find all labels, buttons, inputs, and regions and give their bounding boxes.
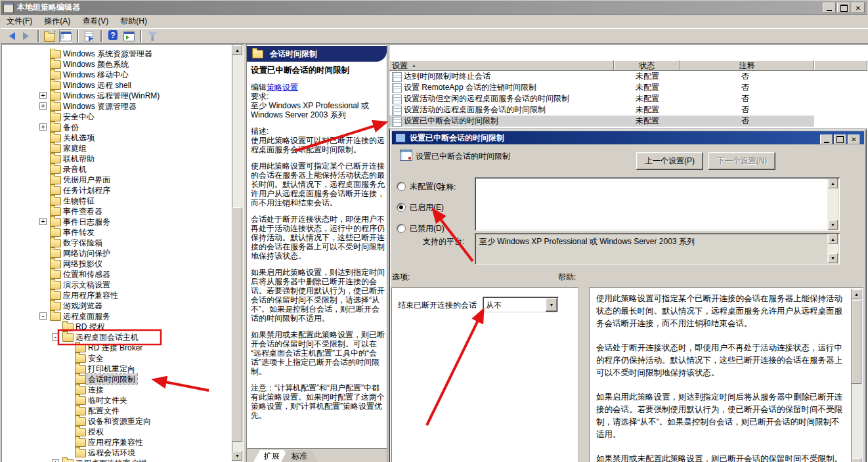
up-folder-icon[interactable] [43, 30, 56, 43]
scroll-up-icon[interactable]: ▲ [828, 234, 838, 244]
tree-item[interactable]: +Windows 远程管理(WinRM) [1, 91, 232, 101]
policy-setting-icon [400, 150, 412, 161]
tree-item[interactable]: 数字保险箱 [1, 238, 232, 248]
extended-pane-title: 会话时间限制 [270, 49, 317, 60]
minimize-button[interactable] [823, 3, 836, 13]
dialog-close-button[interactable]: ✕ [848, 135, 860, 144]
help-icon[interactable] [106, 30, 119, 43]
radio-disabled[interactable] [397, 224, 406, 233]
export-list-icon[interactable] [83, 30, 96, 43]
tree-item[interactable]: 生物特征 [1, 196, 232, 206]
tree-item[interactable]: 临时文件夹 [1, 395, 232, 406]
tree-item[interactable]: Windows 移动中心 [1, 70, 232, 80]
list-item[interactable]: 达到时间限制时终止会话未配置否 [389, 71, 814, 82]
list-item[interactable]: 设置已中断会话的时间限制未配置否 [389, 116, 814, 127]
tree-item-label: 远程桌面连接客户端 [74, 458, 148, 462]
radio-enabled[interactable] [397, 203, 406, 212]
chevron-down-icon[interactable]: ▼ [546, 298, 557, 312]
column-header-comment[interactable]: 注释 [680, 60, 814, 71]
scroll-up-icon[interactable]: ▲ [232, 45, 242, 55]
tree-item[interactable]: 关机选项 [1, 133, 232, 143]
tree-item[interactable]: 连接 [1, 385, 232, 395]
tree-item[interactable]: RD 连接 Broker [1, 343, 232, 353]
list-item[interactable]: 设置活动的远程桌面服务会话的时间限制未配置否 [389, 104, 814, 116]
column-header-setting[interactable]: 设置▲ [389, 60, 614, 71]
folder-icon [50, 155, 61, 163]
tree-item[interactable]: 设备和资源重定向 [1, 416, 232, 427]
filter-icon[interactable] [146, 30, 159, 43]
menu-item-v[interactable]: 查看(V) [76, 14, 114, 29]
expand-icon[interactable]: + [39, 123, 47, 131]
dialog-maximize-button[interactable] [834, 135, 846, 144]
forward-icon[interactable] [20, 30, 33, 43]
tree-item[interactable]: 会话时间限制 [1, 374, 232, 385]
tree-scrollbar-thumb[interactable] [232, 207, 242, 442]
list-item[interactable]: 设置 RemoteApp 会话的注销时间限制未配置否 [389, 82, 814, 93]
previous-setting-button[interactable]: 上一个设置(P) [636, 152, 703, 170]
expand-icon[interactable]: + [39, 102, 47, 110]
list-item[interactable]: 设置活动但空闲的远程桌面服务会话的时间限制未配置否 [389, 93, 814, 104]
scroll-down-icon[interactable]: ▼ [852, 458, 861, 462]
tree-item[interactable]: -远程桌面服务 [1, 311, 232, 322]
help-scrollbar[interactable]: ▲ ▼ [851, 289, 862, 462]
menu-item-h[interactable]: 帮助(H) [114, 14, 153, 29]
tree-item[interactable]: 演示文稿设置 [1, 280, 232, 290]
expand-icon[interactable]: + [39, 92, 47, 99]
edit-policy-setting-link[interactable]: 策略设置 [267, 83, 298, 92]
tree-item[interactable]: 安全 [1, 353, 232, 364]
tree-item[interactable]: 应用程序兼容性 [1, 437, 232, 448]
tree-item[interactable]: 事件查看器 [1, 206, 232, 217]
collapse-icon[interactable]: - [52, 333, 59, 341]
console-tree-icon[interactable] [59, 30, 72, 43]
scroll-up-icon[interactable]: ▲ [852, 289, 861, 299]
tab-standard[interactable]: 标准 [281, 450, 318, 462]
expand-icon[interactable]: + [39, 218, 47, 225]
tree-item[interactable]: 任务计划程序 [1, 185, 232, 196]
tree-item[interactable]: RD 授权 [1, 322, 232, 332]
radio-not-configured[interactable] [397, 182, 406, 191]
tree-item[interactable]: 凭据用户界面 [1, 175, 232, 185]
back-icon[interactable] [4, 30, 17, 43]
tree-item[interactable]: 安全中心 [1, 112, 232, 122]
tree-item[interactable]: +备份 [1, 122, 232, 133]
maximize-button[interactable] [837, 3, 850, 13]
tree-item[interactable]: 配置文件 [1, 406, 232, 416]
tree-item[interactable]: 应用程序兼容性 [1, 290, 232, 301]
tree-item[interactable]: 联机帮助 [1, 154, 232, 164]
tree-item[interactable]: Windows 颜色系统 [1, 59, 232, 70]
column-header-status[interactable]: 状态 [614, 60, 680, 71]
tree-item[interactable]: 网络投影仪 [1, 259, 232, 269]
comment-textarea[interactable]: ▲ ▼ [475, 177, 840, 231]
tree-item[interactable]: +Windows 资源管理器 [1, 101, 232, 112]
scroll-up-icon[interactable]: ▲ [828, 178, 838, 188]
new-window-icon[interactable] [122, 30, 135, 43]
tree-item[interactable]: 家庭组 [1, 143, 232, 154]
tree-item-label: 演示文稿设置 [61, 280, 112, 290]
tree-item[interactable]: 位置和传感器 [1, 269, 232, 280]
tree-item[interactable]: 网络访问保护 [1, 248, 232, 259]
end-session-dropdown[interactable]: 从不 ▼ [483, 297, 559, 313]
tree-item[interactable]: +远程桌面连接客户端 [1, 458, 232, 462]
tree-item[interactable]: Windows 远程 shell [1, 80, 232, 91]
tree-item[interactable]: 事件转发 [1, 227, 232, 238]
tree-item[interactable]: 打印机重定向 [1, 364, 232, 374]
collapse-icon[interactable]: - [39, 312, 47, 320]
tree-item[interactable]: 授权 [1, 427, 232, 437]
tree-item[interactable]: Windows 系统资源管理器 [1, 49, 232, 59]
expand-icon[interactable]: + [52, 459, 59, 462]
menu-item-f[interactable]: 文件(F) [1, 14, 38, 29]
scroll-down-icon[interactable]: ▼ [232, 451, 242, 461]
next-setting-button[interactable]: 下一个设置(N) [708, 152, 775, 170]
tree-item[interactable]: 录音机 [1, 164, 232, 175]
tree-item[interactable]: 游戏浏览器 [1, 301, 232, 311]
tree-scrollbar[interactable]: ▲ ▼ [232, 45, 243, 461]
scroll-down-icon[interactable]: ▼ [828, 220, 838, 230]
dialog-minimize-button[interactable] [820, 135, 833, 144]
help-scrollbar-thumb[interactable] [852, 300, 861, 384]
tree-item[interactable]: 远程会话环境 [1, 448, 232, 458]
tree-item[interactable]: +事件日志服务 [1, 217, 232, 227]
scroll-down-icon[interactable]: ▼ [828, 253, 838, 263]
tree-item[interactable]: -远程桌面会话主机 [1, 332, 232, 343]
menu-item-a[interactable]: 操作(A) [38, 14, 76, 29]
close-button[interactable]: ✕ [852, 3, 865, 13]
